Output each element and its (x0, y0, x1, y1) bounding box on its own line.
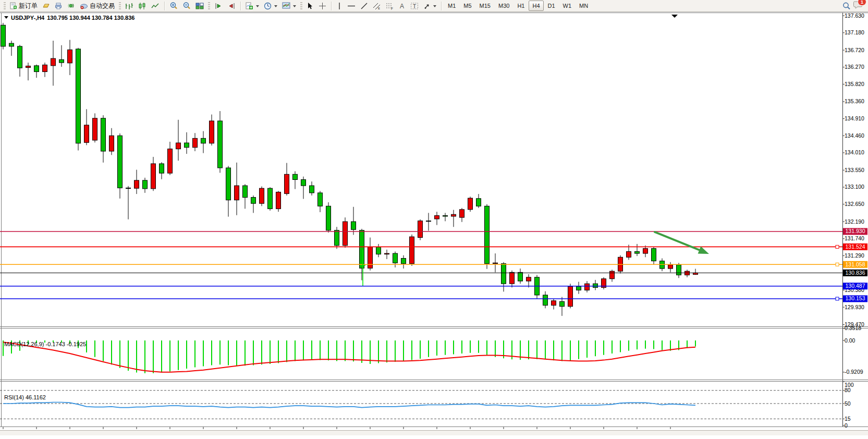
line-handle[interactable] (836, 245, 839, 248)
candle (235, 163, 239, 215)
timeframe-button-w1[interactable]: W1 (559, 1, 576, 11)
auto-trading-cloud-icon (80, 2, 88, 9)
candle-body (668, 265, 673, 269)
chart-dropdown-icon[interactable] (4, 16, 8, 21)
fibonacci-icon: F (386, 2, 394, 10)
candle (126, 186, 131, 219)
tile-windows-button[interactable] (193, 0, 206, 11)
chart-canvas[interactable]: 137.630137.180136.720136.270135.820135.3… (0, 12, 868, 439)
add-indicator-button[interactable] (243, 0, 261, 11)
preview-button[interactable] (53, 0, 65, 11)
search-button[interactable] (840, 0, 853, 11)
candle (51, 41, 56, 86)
signal-button[interactable] (65, 0, 77, 11)
line-handle[interactable] (836, 297, 839, 300)
toolbar-grip[interactable] (4, 2, 6, 10)
price-badge-label: 131.524 (846, 243, 865, 250)
price-axis: 137.630137.180136.720136.270135.820135.3… (842, 13, 864, 327)
price-tick-label: 137.630 (845, 13, 864, 19)
candle (360, 229, 364, 281)
candle-body (251, 198, 256, 204)
trend-arrow[interactable] (655, 232, 703, 252)
candlestick-icon (138, 2, 146, 10)
timeframe-button-mn[interactable]: MN (576, 1, 592, 11)
timeframe-button-d1[interactable]: D1 (544, 1, 559, 11)
candle (293, 171, 298, 189)
timeframe-button-h1[interactable]: H1 (514, 1, 528, 11)
horizontal-line-tool-button[interactable] (345, 0, 358, 11)
candle (84, 109, 89, 145)
dropdown-caret-icon (293, 5, 296, 9)
candle-body (385, 253, 389, 254)
auto-trading-button[interactable]: 自动交易 (78, 0, 117, 11)
zoom-out-button[interactable] (180, 0, 193, 11)
candle (210, 115, 214, 146)
candle (468, 197, 473, 212)
toolbar-grip[interactable] (300, 2, 302, 10)
candle-body (260, 188, 264, 203)
timeframe-button-m15[interactable]: M15 (476, 1, 494, 11)
timeframe-button-m5[interactable]: M5 (460, 1, 475, 11)
candle (326, 202, 331, 233)
new-order-button[interactable]: 新订单 (8, 0, 40, 11)
candle (543, 291, 548, 309)
trendline-tool-button[interactable] (358, 0, 370, 11)
candle-body (143, 180, 148, 189)
bar-chart-mode-button[interactable] (123, 0, 136, 11)
rsi-pane[interactable]: 1008050150 (0, 382, 854, 429)
price-tick-label: 134.910 (845, 115, 864, 121)
candle-body (26, 66, 31, 68)
crosshair-tool-button[interactable] (316, 0, 328, 11)
period-clock-button[interactable] (262, 0, 279, 11)
new-order-icon (10, 2, 17, 9)
cursor-tool-button[interactable] (304, 0, 316, 11)
candlestick-mode-button[interactable] (136, 0, 149, 11)
candle-body (585, 284, 590, 290)
toolbar-grip[interactable] (208, 2, 210, 10)
vertical-line-tool-button[interactable] (334, 0, 345, 11)
candle-body (109, 136, 114, 151)
candle (552, 299, 556, 309)
chat-button[interactable]: 1 (853, 1, 863, 11)
line-handle[interactable] (836, 263, 839, 266)
arrows-tool-button[interactable] (421, 0, 438, 11)
candle (135, 170, 139, 194)
candle-body (493, 263, 498, 263)
level-badge: 130.487 (843, 283, 867, 289)
channel-tool-button[interactable]: E (371, 0, 383, 11)
macd-indicator-label: MACD(12,26,9) -0.1743 -0.1925 (4, 341, 86, 347)
candle-body (268, 188, 273, 209)
template-button[interactable] (280, 0, 298, 11)
candle-body (59, 59, 64, 63)
crosshair-icon (319, 2, 326, 10)
svg-text:E: E (378, 7, 380, 10)
timeframe-button-m1[interactable]: M1 (444, 1, 459, 11)
trend-arrow-head[interactable] (698, 247, 709, 254)
zoom-in-button[interactable] (167, 0, 180, 11)
gold-button[interactable] (40, 0, 52, 11)
clock-icon (264, 2, 272, 10)
chart-shift-button[interactable] (225, 0, 238, 11)
text-tool-button[interactable]: A (397, 0, 408, 11)
fibonacci-tool-button[interactable]: F (384, 0, 396, 11)
timeframe-button-m30[interactable]: M30 (495, 1, 513, 11)
candle-body (210, 121, 214, 143)
macd-pane[interactable]: 0.35180.00-0.9209 (3, 325, 863, 375)
candle-body (243, 186, 248, 198)
candle-body (160, 164, 164, 173)
price-tick-label: 132.190 (845, 218, 864, 225)
candle (668, 262, 673, 273)
auto-scroll-button[interactable] (212, 0, 225, 11)
label-tool-button[interactable]: T (408, 0, 421, 11)
price-badge-label: 130.487 (846, 283, 865, 289)
line-chart-mode-button[interactable] (149, 0, 162, 11)
timeframe-button-h4[interactable]: H4 (529, 1, 543, 11)
chart-title-row[interactable]: USDJPY-,H4 130.795 130.944 130.784 130.8… (4, 14, 135, 21)
toolbar-grip[interactable] (119, 2, 121, 10)
candle-body (343, 222, 348, 246)
candle-body (293, 174, 298, 179)
price-tick-label: 131.740 (845, 235, 864, 241)
level-badge: 131.524 (843, 243, 867, 250)
price-tick-label: 133.100 (845, 184, 864, 190)
chart-window[interactable]: 137.630137.180136.720136.270135.820135.3… (0, 12, 868, 435)
